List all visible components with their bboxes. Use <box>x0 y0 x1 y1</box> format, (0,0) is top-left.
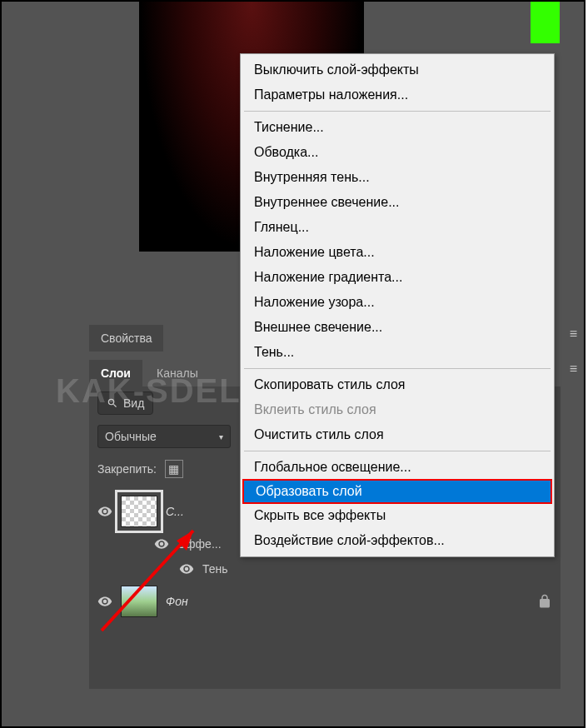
menu-item[interactable]: Глянец... <box>242 215 552 240</box>
menu-item[interactable]: Обводка... <box>242 140 552 165</box>
effect-name: Тень <box>202 562 228 576</box>
menu-item[interactable]: Наложение узора... <box>242 290 552 315</box>
menu-separator <box>244 111 551 112</box>
blend-mode-value: Обычные <box>105 430 157 443</box>
menu-item[interactable]: Тень... <box>242 340 552 365</box>
blend-mode-select[interactable]: Обычные ▾ <box>97 425 231 448</box>
menu-item[interactable]: Очистить стиль слоя <box>242 422 552 447</box>
lock-pixels-button[interactable]: ▦ <box>165 460 183 478</box>
panel-menu-icon[interactable]: ≡ <box>570 327 577 342</box>
panel-menu-icon[interactable]: ≡ <box>570 362 577 376</box>
menu-item: Вклеить стиль слоя <box>242 397 552 422</box>
lock-icon <box>537 594 552 609</box>
layer-filter-kind[interactable]: Вид <box>97 391 153 415</box>
green-indicator <box>531 2 560 43</box>
menu-item[interactable]: Воздействие слой-эффектов... <box>242 528 552 553</box>
effects-label: Эффе... <box>177 537 222 551</box>
layer-thumbnail[interactable] <box>121 586 157 617</box>
menu-item[interactable]: Глобальное освещение... <box>242 455 552 480</box>
visibility-icon[interactable] <box>154 536 169 551</box>
menu-separator <box>244 368 551 369</box>
chevron-down-icon: ▾ <box>219 432 223 441</box>
app-window: Свойства ≡ Слои Каналы ≡ Вид Обычные ▾ ▾… <box>0 0 586 728</box>
menu-item[interactable]: Параметры наложения... <box>242 82 552 107</box>
menu-item[interactable]: Внутренняя тень... <box>242 165 552 190</box>
search-icon <box>107 397 118 409</box>
layer-thumbnail[interactable] <box>121 496 157 527</box>
menu-item[interactable]: Выключить слой-эффекты <box>242 57 552 82</box>
menu-item[interactable]: Тиснение... <box>242 115 552 140</box>
layer-style-context-menu[interactable]: Выключить слой-эффектыПараметры наложени… <box>240 53 555 557</box>
menu-item[interactable]: Наложение цвета... <box>242 240 552 265</box>
menu-item[interactable]: Скопировать стиль слоя <box>242 372 552 397</box>
visibility-icon[interactable] <box>97 594 112 609</box>
menu-item[interactable]: Внешнее свечение... <box>242 315 552 340</box>
filter-label: Вид <box>123 396 144 410</box>
menu-item[interactable]: Образовать слой <box>242 479 552 504</box>
menu-item[interactable]: Наложение градиента... <box>242 265 552 290</box>
tab-channels[interactable]: Каналы <box>145 360 210 386</box>
menu-separator <box>244 451 551 451</box>
tab-properties[interactable]: Свойства <box>89 325 163 352</box>
visibility-icon[interactable] <box>97 504 112 519</box>
lock-label: Закрепить: <box>97 462 157 476</box>
menu-item[interactable]: Внутреннее свечение... <box>242 190 552 215</box>
layer-row[interactable]: Фон <box>89 581 561 621</box>
visibility-icon[interactable] <box>179 561 194 576</box>
tab-layers[interactable]: Слои <box>89 360 142 386</box>
menu-item[interactable]: Скрыть все эффекты <box>242 503 552 528</box>
layer-name[interactable]: Фон <box>166 595 188 608</box>
layer-effect-item[interactable]: Тень <box>89 556 561 581</box>
layer-name[interactable]: С... <box>166 505 184 518</box>
